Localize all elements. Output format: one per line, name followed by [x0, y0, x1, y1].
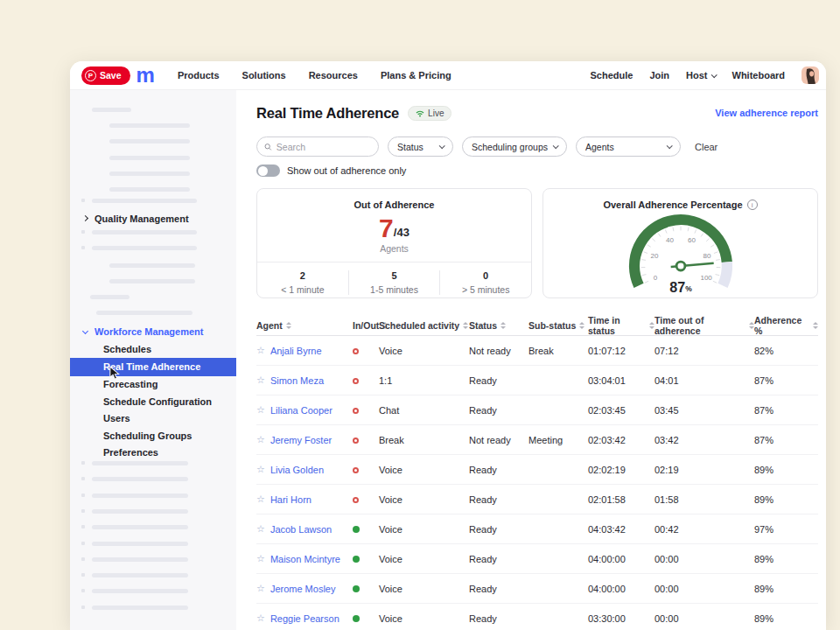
main-nav: Products Solutions Resources Plans & Pri… [178, 70, 452, 80]
agent-name-link[interactable]: ☆Livia Golden [256, 464, 353, 475]
wifi-icon [416, 109, 424, 117]
column-header-in-out[interactable]: In/Out [353, 320, 379, 331]
status-cell: Ready [469, 494, 528, 505]
svg-text:40: 40 [665, 236, 673, 244]
skeleton-bar [109, 123, 190, 128]
skeleton-bar [92, 573, 188, 578]
skeleton-tick [81, 230, 85, 234]
skeleton-bar [92, 246, 197, 250]
time-out-of-adherence-cell: 04:01 [654, 375, 754, 386]
page-title: Real Time Adherence [256, 105, 399, 122]
sidebar-item-real-time-adherence[interactable]: Real Time Adherence [70, 358, 236, 376]
table-row: ☆Reggie PearsonVoiceReady03:30:0000:0089… [256, 604, 818, 630]
agent-name-link[interactable]: ☆Reggie Pearson [256, 612, 353, 624]
skeleton-tick [81, 509, 85, 513]
star-icon[interactable]: ☆ [256, 374, 265, 386]
adherence-cell: 82% [754, 346, 818, 356]
sidebar-item-forecasting[interactable]: Forecasting [70, 376, 236, 394]
column-header-scheduled-activity[interactable]: Scheduled activity [379, 320, 469, 331]
nav-schedule[interactable]: Schedule [591, 70, 634, 80]
nav-host[interactable]: Host [686, 70, 715, 80]
nav-plans-pricing[interactable]: Plans & Pricing [381, 70, 452, 80]
skeleton-bar [92, 199, 197, 203]
table-row: ☆Liliana CooperChatReady02:03:4503:4587% [256, 396, 818, 425]
adherence-cell: 89% [754, 465, 818, 475]
time-in-status-cell: 04:03:42 [588, 524, 654, 535]
column-header-sub-status[interactable]: Sub-status [528, 320, 588, 331]
table-body: ☆Anjali ByrneVoiceNot readyBreak01:07:12… [256, 336, 818, 630]
status-dropdown[interactable]: Status [388, 136, 453, 157]
adherence-cell: 89% [754, 613, 818, 624]
svg-text:100: 100 [700, 274, 712, 282]
star-icon[interactable]: ☆ [256, 404, 265, 416]
pinterest-save-button[interactable]: P Save [81, 66, 130, 85]
agents-dropdown[interactable]: Agents [576, 136, 681, 157]
column-header-time-out-of-adherence[interactable]: Time out of adherence [654, 315, 754, 336]
star-icon[interactable]: ☆ [256, 583, 265, 594]
column-header-agent[interactable]: Agent [256, 320, 353, 331]
save-button-label: Save [100, 70, 122, 80]
search-input[interactable] [276, 142, 371, 152]
chevron-down-icon [667, 143, 673, 149]
agent-name-link[interactable]: ☆Jeremy Foster [256, 434, 353, 445]
time-in-status-cell: 02:02:19 [588, 465, 654, 475]
out-of-adherence-toggle[interactable] [256, 164, 280, 177]
agent-name-link[interactable]: ☆Jerome Mosley [256, 583, 353, 594]
sidebar-item-preferences[interactable]: Preferences [70, 444, 236, 462]
time-out-of-adherence-cell: 01:58 [654, 494, 754, 505]
sidebar-item-scheduling-groups[interactable]: Scheduling Groups [70, 427, 236, 444]
in-adherence-dot [353, 615, 360, 622]
status-cell: Ready [469, 584, 528, 594]
agent-name-link[interactable]: ☆Maison Mcintyre [256, 553, 353, 564]
skeleton-bar [109, 263, 195, 268]
out-of-adherence-card: Out of Adherence 7 /43 Agents 2 < 1 minu… [256, 188, 532, 298]
scheduling-groups-dropdown[interactable]: Scheduling groups [462, 136, 567, 157]
svg-text:80: 80 [703, 252, 710, 260]
agent-name-link[interactable]: ☆Jacob Lawson [256, 523, 353, 535]
view-adherence-report-link[interactable]: View adherence report [715, 108, 818, 118]
adherence-cell: 89% [754, 494, 818, 505]
scheduled-activity-cell: Chat [379, 405, 469, 416]
nav-solutions[interactable]: Solutions [242, 70, 286, 80]
agent-name-link[interactable]: ☆Hari Horn [256, 494, 353, 505]
sidebar-item-schedule-configuration[interactable]: Schedule Configuration [70, 393, 236, 410]
star-icon[interactable]: ☆ [256, 345, 265, 356]
out-of-adherence-dot [353, 438, 359, 444]
star-icon[interactable]: ☆ [256, 464, 265, 475]
agent-name-link[interactable]: ☆Anjali Byrne [256, 345, 353, 356]
star-icon[interactable]: ☆ [256, 553, 265, 564]
sidebar-item-quality-management[interactable]: Quality Management [70, 210, 236, 227]
out-of-adherence-dot [353, 467, 359, 473]
nav-whiteboard[interactable]: Whiteboard [732, 70, 786, 80]
sidebar-item-users[interactable]: Users [70, 410, 236, 428]
adherence-cell: 97% [754, 524, 818, 535]
sidebar-item-workforce-management[interactable]: Workforce Management [70, 323, 236, 340]
skeleton-bar [92, 477, 188, 481]
sort-icon [463, 322, 468, 329]
nav-products[interactable]: Products [178, 70, 220, 80]
filter-bar: Status Scheduling groups Agents Clear [256, 136, 818, 157]
out-of-adherence-dot [353, 348, 359, 354]
scheduled-activity-cell: Voice [379, 613, 469, 624]
avatar[interactable] [802, 66, 819, 84]
star-icon[interactable]: ☆ [256, 523, 265, 535]
column-header-time-in-status[interactable]: Time in status [588, 315, 654, 336]
skeleton-bar [92, 557, 188, 562]
sidebar-item-schedules[interactable]: Schedules [70, 340, 236, 358]
agent-name-link[interactable]: ☆Simon Meza [256, 374, 353, 386]
star-icon[interactable]: ☆ [256, 494, 265, 505]
breakdown-1-5-min: 5 1-5 minutes [348, 270, 440, 295]
clear-filters-button[interactable]: Clear [695, 142, 718, 152]
star-icon[interactable]: ☆ [256, 434, 265, 445]
skeleton-bar [109, 172, 190, 176]
time-in-status-cell: 04:00:00 [588, 554, 654, 564]
agent-name-link[interactable]: ☆Liliana Cooper [256, 404, 353, 416]
miro-logo[interactable]: m [136, 66, 154, 84]
column-header-adherence-[interactable]: Adherence % [754, 315, 818, 336]
adherence-cell: 87% [754, 435, 818, 445]
star-icon[interactable]: ☆ [256, 612, 265, 624]
nav-join[interactable]: Join [649, 70, 669, 80]
nav-resources[interactable]: Resources [309, 70, 358, 80]
column-header-status[interactable]: Status [469, 320, 528, 331]
toggle-row: Show out of adherence only [256, 164, 818, 177]
